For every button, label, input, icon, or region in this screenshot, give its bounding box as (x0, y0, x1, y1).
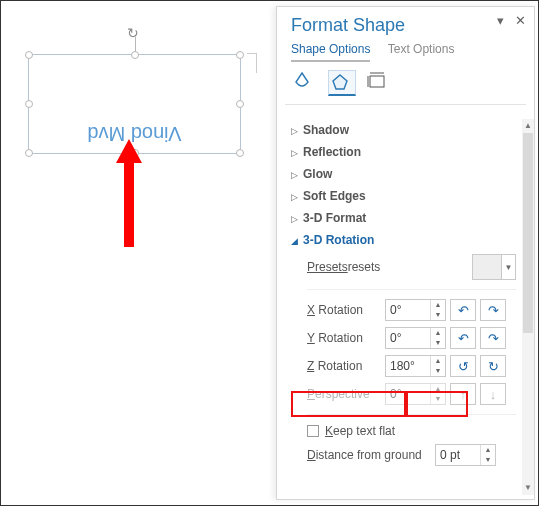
section-soft-edges[interactable]: ▷Soft Edges (291, 185, 516, 207)
y-rotation-input[interactable]: ▲▼ (385, 327, 446, 349)
presets-dropdown-icon[interactable]: ▼ (502, 254, 516, 280)
rotate-z-ccw-icon[interactable]: ↺ (450, 355, 476, 377)
rotation-handle-icon[interactable]: ↻ (127, 25, 139, 41)
distance-input[interactable]: ▲▼ (435, 444, 496, 466)
section-3d-rotation[interactable]: ◢3-D Rotation (291, 229, 516, 251)
pane-scrollbar[interactable]: ▲ ▼ (522, 119, 534, 495)
pane-close-icon[interactable]: ✕ (512, 13, 528, 28)
x-rotation-row: X Rotation ▲▼ ↶ ↷ (291, 296, 516, 324)
rotate-x-left-icon[interactable]: ↶ (450, 299, 476, 321)
svg-marker-1 (333, 75, 347, 89)
pane-options-icon[interactable]: ▾ (493, 13, 509, 28)
resize-handle[interactable] (131, 51, 139, 59)
spin-down-icon[interactable]: ▼ (431, 310, 445, 320)
spin-down-icon[interactable]: ▼ (431, 366, 445, 376)
x-rotation-input[interactable]: ▲▼ (385, 299, 446, 321)
format-shape-pane: Format Shape ▾ ✕ Shape Options Text Opti… (276, 6, 535, 500)
page-corner (247, 53, 257, 73)
resize-handle[interactable] (25, 100, 33, 108)
effects-icon[interactable] (328, 70, 356, 96)
spin-up-icon[interactable]: ▲ (431, 356, 445, 366)
rotate-x-right-icon[interactable]: ↷ (480, 299, 506, 321)
presets-button[interactable] (472, 254, 502, 280)
fill-line-icon[interactable] (291, 70, 319, 96)
pane-title: Format Shape (291, 15, 405, 35)
spin-up-icon[interactable]: ▲ (431, 328, 445, 338)
svg-rect-2 (370, 76, 384, 87)
tab-shape-options[interactable]: Shape Options (291, 42, 370, 62)
category-icons (277, 62, 534, 104)
perspective-down-icon: ↓ (480, 383, 506, 405)
rotate-z-cw-icon[interactable]: ↻ (480, 355, 506, 377)
spin-down-icon[interactable]: ▼ (481, 455, 495, 465)
perspective-up-icon: ↑ (450, 383, 476, 405)
spin-up-icon[interactable]: ▲ (431, 300, 445, 310)
distance-label: Distance from ground (307, 448, 435, 462)
scroll-up-icon[interactable]: ▲ (522, 119, 534, 133)
scroll-thumb[interactable] (523, 133, 533, 333)
presets-row: Presetsresets ▼ (291, 251, 516, 283)
tab-text-options[interactable]: Text Options (388, 42, 455, 60)
section-glow[interactable]: ▷Glow (291, 163, 516, 185)
rotate-y-right-icon[interactable]: ↷ (480, 327, 506, 349)
size-properties-icon[interactable] (366, 70, 394, 96)
y-rotation-label: Y Rotation (307, 331, 385, 345)
z-rotation-row: Z Rotation ▲▼ ↺ ↻ (291, 352, 516, 380)
z-rotation-label: Z Rotation (307, 359, 385, 373)
scroll-down-icon[interactable]: ▼ (522, 481, 534, 495)
section-reflection[interactable]: ▷Reflection (291, 141, 516, 163)
resize-handle[interactable] (236, 51, 244, 59)
resize-handle[interactable] (236, 149, 244, 157)
keep-text-flat-label: Keep text flat (325, 424, 395, 438)
rotate-y-left-icon[interactable]: ↶ (450, 327, 476, 349)
resize-handle[interactable] (236, 100, 244, 108)
y-rotation-row: Y Rotation ▲▼ ↶ ↷ (291, 324, 516, 352)
z-rotation-input[interactable]: ▲▼ (385, 355, 446, 377)
perspective-label: Perspective (307, 387, 385, 401)
svg-marker-0 (116, 139, 142, 247)
section-shadow[interactable]: ▷Shadow (291, 119, 516, 141)
annotation-arrow-icon (114, 139, 144, 249)
section-3d-format[interactable]: ▷3-D Format (291, 207, 516, 229)
resize-handle[interactable] (25, 149, 33, 157)
spin-up-icon[interactable]: ▲ (481, 445, 495, 455)
perspective-row: Perspective ▲▼ ↑ ↓ (291, 380, 516, 408)
keep-text-flat-checkbox[interactable] (307, 425, 319, 437)
resize-handle[interactable] (25, 51, 33, 59)
x-rotation-label: X Rotation (307, 303, 385, 317)
keep-text-flat-row[interactable]: Keep text flat (291, 421, 516, 441)
perspective-input: ▲▼ (385, 383, 446, 405)
spin-down-icon[interactable]: ▼ (431, 338, 445, 348)
distance-row: Distance from ground ▲▼ (291, 441, 516, 469)
document-canvas[interactable]: ↻ Vinod Mvd (1, 1, 276, 506)
